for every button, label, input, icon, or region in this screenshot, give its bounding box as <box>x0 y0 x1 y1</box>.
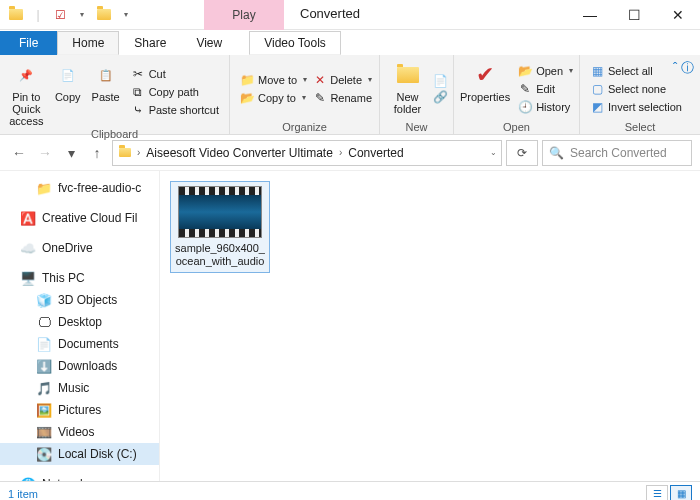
tree-item-onedrive[interactable]: ☁️OneDrive <box>0 237 159 259</box>
maximize-button[interactable]: ☐ <box>612 0 656 30</box>
select-none-icon: ▢ <box>590 82 604 96</box>
tab-share[interactable]: Share <box>119 31 181 55</box>
select-all-icon: ▦ <box>590 64 604 78</box>
qat-dropdown-icon[interactable]: ▾ <box>116 5 136 25</box>
tree-item-music[interactable]: 🎵Music <box>0 377 159 399</box>
tree-item-label: Creative Cloud Fil <box>42 211 137 225</box>
back-button[interactable]: ← <box>8 142 30 164</box>
paste-button[interactable]: 📋 Paste <box>89 57 123 127</box>
edit-button[interactable]: ✎Edit <box>514 81 577 97</box>
tree-item-3d-objects[interactable]: 🧊3D Objects <box>0 289 159 311</box>
chevron-down-icon: ▾ <box>569 66 573 75</box>
edit-label: Edit <box>536 83 555 95</box>
tree-item-label: This PC <box>42 271 85 285</box>
tree-item-this-pc[interactable]: 🖥️This PC <box>0 267 159 289</box>
file-name-label: sample_960x400_ocean_with_audio <box>175 242 265 268</box>
tree-item-pictures[interactable]: 🖼️Pictures <box>0 399 159 421</box>
select-none-button[interactable]: ▢Select none <box>586 81 686 97</box>
tree-item-creative-cloud-fil[interactable]: 🅰️Creative Cloud Fil <box>0 207 159 229</box>
rename-icon: ✎ <box>314 91 326 105</box>
tab-video-tools[interactable]: Video Tools <box>249 31 341 55</box>
move-icon: 📁 <box>240 73 254 87</box>
folder-icon <box>94 5 114 25</box>
paste-shortcut-button[interactable]: ⤷Paste shortcut <box>127 102 223 118</box>
breadcrumb[interactable]: Aiseesoft Video Converter Ultimate <box>144 146 335 160</box>
recent-dropdown[interactable]: ▾ <box>60 142 82 164</box>
video-thumbnail <box>178 186 262 238</box>
delete-button[interactable]: ✕Delete▾ <box>310 72 376 88</box>
status-count: 1 item <box>8 488 38 500</box>
tab-file[interactable]: File <box>0 31 57 55</box>
music-icon: 🎵 <box>36 380 52 396</box>
forward-button[interactable]: → <box>34 142 56 164</box>
icons-view-button[interactable]: ▦ <box>670 485 692 501</box>
address-dropdown-icon[interactable]: ⌄ <box>490 148 497 157</box>
copy-to-button[interactable]: 📂Copy to▾ <box>236 90 306 106</box>
path-icon: ⧉ <box>131 85 145 99</box>
navigation-tree[interactable]: 📁fvc-free-audio-c🅰️Creative Cloud Fil☁️O… <box>0 171 160 481</box>
file-list[interactable]: sample_960x400_ocean_with_audio <box>160 171 700 481</box>
tree-item-label: Local Disk (C:) <box>58 447 137 461</box>
properties-button[interactable]: ✔ Properties <box>460 57 510 120</box>
rename-button[interactable]: ✎Rename <box>310 90 376 106</box>
new-folder-icon <box>394 61 422 89</box>
tree-item-label: fvc-free-audio-c <box>58 181 141 195</box>
tree-item-videos[interactable]: 🎞️Videos <box>0 421 159 443</box>
tree-item-downloads[interactable]: ⬇️Downloads <box>0 355 159 377</box>
minimize-button[interactable]: — <box>568 0 612 30</box>
tree-item-label: Documents <box>58 337 119 351</box>
tree-item-network[interactable]: 🌐Network <box>0 473 159 481</box>
pin-quick-access-button[interactable]: 📌 Pin to Quick access <box>6 57 47 127</box>
properties-qat-icon[interactable]: ☑ <box>50 5 70 25</box>
select-all-button[interactable]: ▦Select all <box>586 63 686 79</box>
qat-customize-icon[interactable]: ▾ <box>72 5 92 25</box>
contextual-tab-group: Play <box>204 0 284 30</box>
tree-item-label: 3D Objects <box>58 293 117 307</box>
breadcrumb[interactable]: Converted <box>346 146 405 160</box>
tab-home[interactable]: Home <box>57 31 119 55</box>
tree-item-label: Desktop <box>58 315 102 329</box>
thispc-icon: 🖥️ <box>20 270 36 286</box>
history-button[interactable]: 🕘History <box>514 99 577 115</box>
details-view-button[interactable]: ☰ <box>646 485 668 501</box>
copy-button[interactable]: 📄 Copy <box>51 57 85 127</box>
copy-path-label: Copy path <box>149 86 199 98</box>
tree-item-documents[interactable]: 📄Documents <box>0 333 159 355</box>
up-button[interactable]: ↑ <box>86 142 108 164</box>
window-title: Converted <box>300 6 360 21</box>
file-item[interactable]: sample_960x400_ocean_with_audio <box>170 181 270 273</box>
address-bar[interactable]: › Aiseesoft Video Converter Ultimate › C… <box>112 140 502 166</box>
cut-button[interactable]: ✂Cut <box>127 66 223 82</box>
invert-icon: ◩ <box>590 100 604 114</box>
chevron-down-icon: ▾ <box>303 75 307 84</box>
tree-item-fvc-free-audio-c[interactable]: 📁fvc-free-audio-c <box>0 177 159 199</box>
open-button[interactable]: 📂Open▾ <box>514 63 577 79</box>
cut-icon: ✂ <box>131 67 145 81</box>
group-organize-label: Organize <box>236 120 373 134</box>
new-item-icon[interactable]: 📄 <box>433 74 447 88</box>
net-icon: 🌐 <box>20 476 36 481</box>
tree-item-label: Videos <box>58 425 94 439</box>
ribbon-help-icon[interactable]: ˆ ⓘ <box>673 59 694 77</box>
search-input[interactable]: 🔍 Search Converted <box>542 140 692 166</box>
select-all-label: Select all <box>608 65 653 77</box>
delete-label: Delete <box>330 74 362 86</box>
move-to-button[interactable]: 📁Move to▾ <box>236 72 306 88</box>
tab-view[interactable]: View <box>181 31 237 55</box>
copy-path-button[interactable]: ⧉Copy path <box>127 84 223 100</box>
new-folder-button[interactable]: New folder <box>386 57 429 120</box>
copy-icon: 📄 <box>54 61 82 89</box>
cut-label: Cut <box>149 68 166 80</box>
group-new-label: New <box>386 120 447 134</box>
pic-icon: 🖼️ <box>36 402 52 418</box>
tree-item-desktop[interactable]: 🖵Desktop <box>0 311 159 333</box>
invert-selection-button[interactable]: ◩Invert selection <box>586 99 686 115</box>
cc-icon: 🅰️ <box>20 210 36 226</box>
invert-label: Invert selection <box>608 101 682 113</box>
close-button[interactable]: ✕ <box>656 0 700 30</box>
tree-item-local-disk-c-[interactable]: 💽Local Disk (C:) <box>0 443 159 465</box>
easy-access-icon[interactable]: 🔗 <box>433 90 447 104</box>
chevron-right-icon[interactable]: › <box>137 147 140 158</box>
chevron-right-icon[interactable]: › <box>339 147 342 158</box>
refresh-button[interactable]: ⟳ <box>506 140 538 166</box>
